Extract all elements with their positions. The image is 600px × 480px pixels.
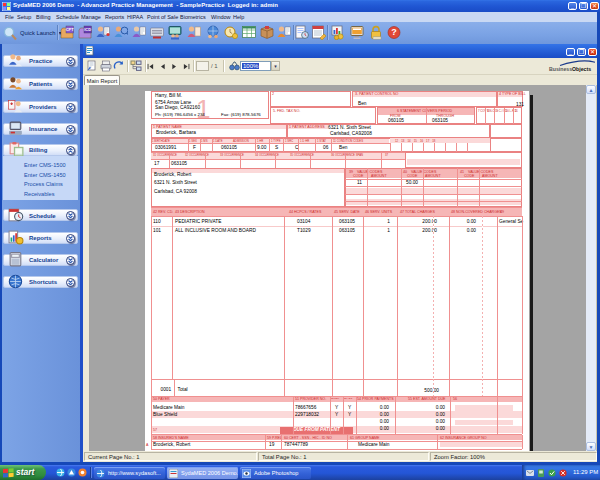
- svg-text:ICD: ICD: [84, 27, 91, 32]
- svg-text:?: ?: [391, 27, 397, 37]
- svg-text:CPT: CPT: [66, 27, 74, 32]
